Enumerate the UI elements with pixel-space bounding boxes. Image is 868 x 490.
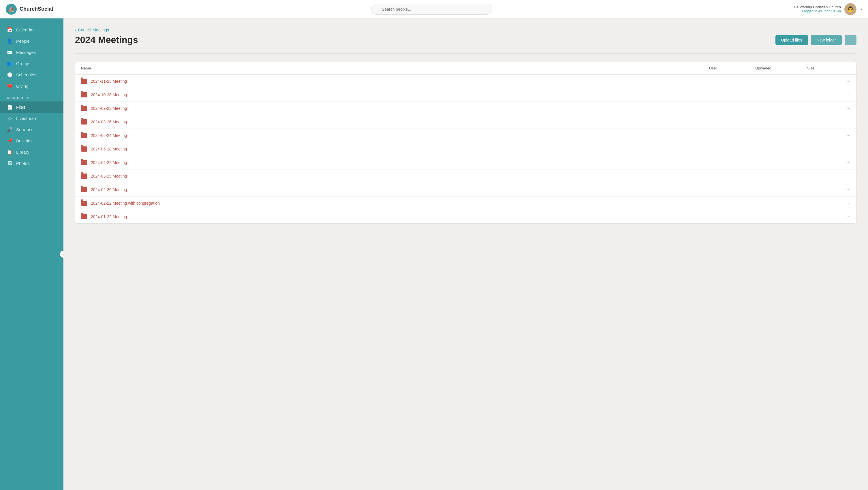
folder-name-3: 2024-08-26 Meeting — [81, 119, 709, 125]
sidebar-item-schedules[interactable]: 🕐Schedules — [0, 69, 63, 80]
column-user: User — [709, 66, 755, 70]
sermons-icon: 🎤 — [7, 127, 13, 132]
folder-name-0: 2024-11-25 Meeting — [81, 79, 709, 84]
table-header: Name ↑ User Uploaded Size — [75, 62, 856, 75]
folder-icon — [81, 160, 87, 165]
livestream-icon: ⊙ — [7, 116, 13, 121]
column-uploaded: Uploaded — [755, 66, 807, 70]
row-more-button[interactable]: ··· — [836, 214, 850, 219]
header-actions: Upload files New folder ··· — [775, 35, 857, 45]
sidebar-label-people: People — [16, 39, 30, 43]
folder-icon — [81, 119, 87, 125]
user-area[interactable]: Fellowship Christian Church Logged in as… — [794, 3, 862, 15]
folder-label: 2024-11-25 Meeting — [91, 79, 127, 84]
folder-name-8: 2024-02-26 Meeting — [81, 187, 709, 192]
breadcrumb[interactable]: ‹ Council Meetings — [75, 28, 857, 32]
table-row[interactable]: 2024-04-22 Meeting ··· — [75, 156, 856, 169]
table-body: 2024-11-25 Meeting ··· 2024-10-28 Meetin… — [75, 75, 856, 223]
folder-name-6: 2024-04-22 Meeting — [81, 160, 709, 165]
search-area: 🔍 — [69, 4, 794, 15]
resources-label: RESOURCES — [0, 92, 63, 101]
folder-label: 2024-10-28 Meeting — [91, 93, 127, 97]
sidebar-item-livestream[interactable]: ⊙Livestream — [0, 113, 63, 124]
app-body: 📅Calendar👤People✉️Messages👥Groups🕐Schedu… — [0, 19, 868, 490]
sidebar-item-giving[interactable]: ❤️Giving — [0, 80, 63, 92]
sidebar-label-photos: Photos — [16, 161, 30, 166]
sidebar-label-schedules: Schedules — [16, 72, 36, 77]
more-options-button[interactable]: ··· — [845, 35, 857, 45]
groups-icon: 👥 — [7, 61, 13, 66]
folder-label: 2024-02-26 Meeting — [91, 187, 127, 192]
search-input[interactable] — [371, 4, 492, 15]
breadcrumb-parent: Council Meetings — [78, 28, 109, 32]
library-icon: 📋 — [7, 149, 13, 155]
sidebar-label-files: Files — [16, 105, 25, 109]
table-row[interactable]: 2024-10-28 Meeting ··· — [75, 88, 856, 102]
folder-label: 2024-05-28 Meeting — [91, 147, 127, 151]
breadcrumb-arrow-icon: ‹ — [75, 28, 76, 32]
row-more-button[interactable]: ··· — [836, 133, 850, 138]
folder-icon — [81, 187, 87, 192]
column-actions — [836, 66, 850, 70]
sidebar-item-files[interactable]: 📄Files — [0, 101, 63, 113]
table-row[interactable]: 2024-08-26 Meeting ··· — [75, 115, 856, 129]
folder-label: 2024-08-26 Meeting — [91, 120, 127, 124]
column-name[interactable]: Name ↑ — [81, 66, 709, 70]
folder-label: 2024-01-22 Meeting — [91, 215, 127, 219]
folder-icon — [81, 106, 87, 111]
sidebar-item-calendar[interactable]: 📅Calendar — [0, 24, 63, 35]
table-row[interactable]: 2024-02-22 Meeting with congregation ··· — [75, 197, 856, 210]
sidebar-collapse-button[interactable]: ‹ — [60, 251, 63, 258]
folder-name-9: 2024-02-22 Meeting with congregation — [81, 201, 709, 206]
sidebar-label-giving: Giving — [16, 84, 29, 89]
table-row[interactable]: 2024-05-28 Meeting ··· — [75, 142, 856, 156]
sidebar-label-bulletins: Bulletins — [16, 138, 33, 143]
folder-icon — [81, 92, 87, 97]
logo-text: ChurchSocial — [20, 6, 53, 12]
people-icon: 👤 — [7, 38, 13, 44]
table-row[interactable]: 2024-02-26 Meeting ··· — [75, 183, 856, 197]
user-login-text: Logged in as John Calvin — [794, 9, 841, 13]
folder-label: 2024-04-22 Meeting — [91, 160, 127, 165]
files-icon: 📄 — [7, 104, 13, 110]
row-more-button[interactable]: ··· — [836, 187, 850, 192]
table-row[interactable]: 2024-06-24 Meeting ··· — [75, 129, 856, 142]
sidebar-item-photos[interactable]: 🖼Photos — [0, 158, 63, 169]
folder-name-4: 2024-06-24 Meeting — [81, 133, 709, 138]
messages-icon: ✉️ — [7, 50, 13, 55]
header-divider — [75, 53, 857, 54]
table-row[interactable]: 2024-01-22 Meeting ··· — [75, 210, 856, 223]
upload-files-button[interactable]: Upload files — [775, 35, 808, 45]
sidebar-item-groups[interactable]: 👥Groups — [0, 58, 63, 69]
column-size: Size — [807, 66, 836, 70]
sidebar-item-bulletins[interactable]: 📌Bulletins — [0, 135, 63, 146]
calendar-icon: 📅 — [7, 27, 13, 33]
sidebar-item-people[interactable]: 👤People — [0, 35, 63, 47]
row-more-button[interactable]: ··· — [836, 92, 850, 97]
row-more-button[interactable]: ··· — [836, 119, 850, 125]
sidebar-item-library[interactable]: 📋Library — [0, 146, 63, 158]
sidebar-label-groups: Groups — [16, 61, 30, 66]
folder-name-10: 2024-01-22 Meeting — [81, 214, 709, 219]
app-header: ⛵ ChurchSocial 🔍 Fellowship Christian Ch… — [0, 0, 868, 19]
sidebar-item-sermons[interactable]: 🎤Sermons — [0, 124, 63, 135]
row-more-button[interactable]: ··· — [836, 79, 850, 84]
church-name: Fellowship Christian Church — [794, 5, 841, 9]
page-header: 2024 Meetings Upload files New folder ··… — [75, 35, 857, 45]
file-table: Name ↑ User Uploaded Size 2024-11-25 Mee… — [75, 62, 857, 224]
sidebar-item-messages[interactable]: ✉️Messages — [0, 47, 63, 58]
new-folder-button[interactable]: New folder — [811, 35, 842, 45]
folder-icon — [81, 214, 87, 219]
sidebar-label-messages: Messages — [16, 50, 36, 55]
row-more-button[interactable]: ··· — [836, 160, 850, 165]
row-more-button[interactable]: ··· — [836, 201, 850, 206]
folder-name-1: 2024-10-28 Meeting — [81, 92, 709, 97]
sidebar-label-calendar: Calendar — [16, 27, 34, 32]
sidebar-label-library: Library — [16, 150, 29, 155]
table-row[interactable]: 2024-03-25 Meeting ··· — [75, 169, 856, 183]
row-more-button[interactable]: ··· — [836, 106, 850, 111]
table-row[interactable]: 2024-09-23 Meeting ··· — [75, 102, 856, 115]
row-more-button[interactable]: ··· — [836, 146, 850, 152]
table-row[interactable]: 2024-11-25 Meeting ··· — [75, 75, 856, 88]
row-more-button[interactable]: ··· — [836, 173, 850, 179]
